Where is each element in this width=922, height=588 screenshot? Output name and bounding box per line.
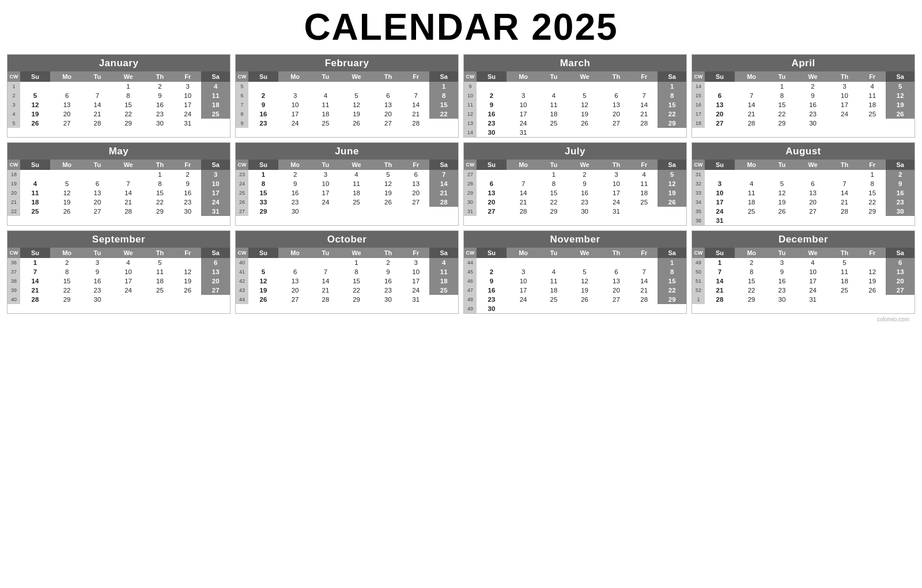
cw-cell: 49	[464, 304, 477, 313]
day-cell: 28	[830, 207, 859, 216]
day-cell: 5	[146, 258, 175, 267]
day-cell: 15	[339, 276, 374, 286]
day-cell: 29	[735, 295, 769, 304]
day-cell: 24	[402, 286, 429, 295]
day-cell: 20	[705, 109, 735, 119]
day-cell: 19	[174, 276, 201, 286]
day-cell: 24	[705, 207, 735, 216]
day-cell: 26	[859, 286, 886, 295]
day-cell: 25	[830, 286, 859, 295]
day-cell: 29	[339, 295, 374, 304]
day-cell: 1	[146, 170, 175, 179]
day-cell: 19	[568, 109, 602, 119]
day-cell: 2	[374, 258, 403, 267]
day-cell	[658, 304, 686, 313]
day-cell: 3	[602, 170, 631, 179]
day-cell	[507, 258, 541, 267]
day-cell: 15	[111, 100, 146, 109]
day-cell: 30	[374, 295, 403, 304]
day-cell: 17	[278, 109, 312, 119]
day-cell: 26	[50, 207, 84, 216]
month-title: January	[7, 55, 230, 71]
month-block-august: AugustCWSuMoTuWeThFrSa311232345678933101…	[692, 142, 915, 226]
day-cell: 30	[477, 128, 507, 137]
day-cell: 13	[796, 188, 830, 198]
day-cell: 20	[50, 109, 84, 119]
day-cell	[630, 304, 658, 313]
day-cell: 26	[768, 207, 795, 216]
day-cell: 7	[312, 267, 339, 276]
day-cell: 5	[658, 170, 686, 179]
month-title: May	[7, 143, 230, 160]
day-cell: 14	[84, 100, 111, 109]
day-cell: 27	[886, 286, 915, 295]
day-cell: 13	[602, 276, 631, 286]
day-cell: 11	[146, 267, 175, 276]
day-cell: 30	[477, 304, 507, 313]
cw-cell: 3	[7, 100, 20, 109]
day-cell: 20	[796, 198, 830, 207]
day-cell: 23	[477, 295, 507, 304]
day-cell	[705, 170, 735, 179]
day-cell: 9	[248, 100, 278, 109]
day-cell: 27	[705, 119, 735, 128]
day-cell: 27	[602, 119, 631, 128]
day-cell: 28	[312, 295, 339, 304]
day-cell: 26	[174, 286, 201, 295]
cw-cell: 10	[464, 91, 477, 100]
day-cell: 29	[768, 119, 795, 128]
day-cell: 23	[248, 119, 278, 128]
day-cell: 14	[111, 188, 146, 198]
day-cell	[830, 170, 859, 179]
day-cell: 10	[796, 267, 830, 276]
cw-cell: 26	[236, 198, 248, 207]
day-cell: 6	[602, 267, 631, 276]
day-cell: 25	[312, 119, 339, 128]
day-cell	[50, 82, 84, 91]
day-cell	[859, 258, 886, 267]
page-title: CALENDAR 2025	[7, 6, 915, 48]
day-cell: 5	[339, 91, 374, 100]
day-cell: 2	[278, 170, 312, 179]
month-table: CWSuMoTuWeThFrSa311232345678933101112131…	[692, 160, 915, 225]
day-cell	[540, 82, 567, 91]
day-cell: 19	[886, 100, 915, 109]
cw-cell: 1	[7, 82, 20, 91]
day-cell: 17	[174, 100, 201, 109]
day-cell: 3	[84, 258, 111, 267]
day-cell: 23	[174, 198, 201, 207]
day-cell: 30	[174, 207, 201, 216]
day-cell	[602, 304, 631, 313]
day-cell: 11	[540, 276, 567, 286]
day-cell: 13	[886, 267, 915, 276]
month-title: December	[692, 231, 915, 248]
day-cell	[568, 128, 602, 137]
day-cell: 8	[50, 267, 84, 276]
day-cell: 22	[540, 198, 567, 207]
month-title: August	[692, 143, 915, 160]
day-cell: 16	[796, 100, 830, 109]
day-cell: 21	[507, 198, 541, 207]
day-cell: 18	[339, 188, 374, 198]
cw-cell: 51	[692, 276, 705, 286]
day-cell: 14	[735, 100, 769, 109]
day-cell: 7	[630, 91, 658, 100]
day-cell: 16	[568, 188, 602, 198]
day-cell: 31	[174, 119, 201, 128]
day-cell: 4	[201, 82, 230, 91]
day-cell: 26	[568, 119, 602, 128]
day-cell: 16	[174, 188, 201, 198]
cw-cell: 37	[7, 267, 20, 276]
day-cell: 22	[339, 286, 374, 295]
footer: colomio.com	[7, 316, 915, 323]
day-cell	[201, 295, 230, 304]
day-cell: 8	[859, 179, 886, 188]
cw-cell: 41	[236, 267, 248, 276]
day-cell: 3	[768, 258, 795, 267]
day-cell	[429, 207, 458, 216]
day-cell: 27	[374, 119, 403, 128]
day-cell	[540, 258, 567, 267]
day-cell: 11	[429, 267, 458, 276]
day-cell: 23	[768, 286, 795, 295]
day-cell: 6	[602, 91, 631, 100]
